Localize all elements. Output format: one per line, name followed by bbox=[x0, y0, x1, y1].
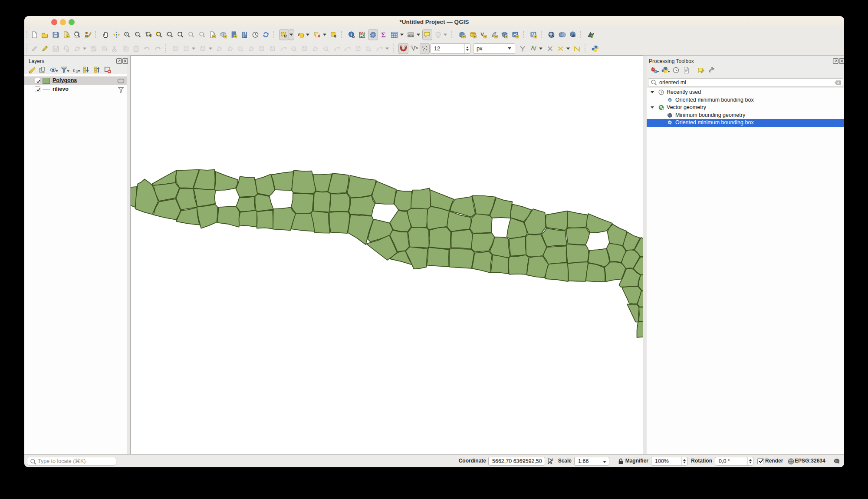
snapping-unit-combobox[interactable]: px bbox=[473, 43, 515, 54]
clear-x-icon[interactable] bbox=[545, 43, 555, 54]
zoom-full-icon[interactable] bbox=[144, 29, 154, 40]
style-manager-icon[interactable] bbox=[83, 29, 93, 40]
deselect-icon[interactable] bbox=[312, 29, 322, 40]
select-expression-icon[interactable]: ε bbox=[296, 29, 306, 40]
remove-layer-icon[interactable] bbox=[103, 65, 112, 74]
scale-combobox[interactable]: 1:66 bbox=[574, 457, 609, 466]
filter-legend-dropdown[interactable] bbox=[67, 70, 69, 72]
stats-summary-icon[interactable] bbox=[357, 29, 367, 40]
save-project-icon[interactable] bbox=[51, 29, 61, 40]
new-geopackage-icon[interactable] bbox=[457, 29, 467, 40]
filter-legend-icon[interactable] bbox=[59, 65, 69, 74]
show-bookmarks-icon[interactable] bbox=[240, 29, 250, 40]
map-tips-icon[interactable] bbox=[422, 29, 432, 40]
osm-plugin-icon[interactable] bbox=[586, 29, 596, 40]
magnifier-spinbox[interactable]: 100% bbox=[651, 457, 687, 466]
new-shapefile-icon[interactable] bbox=[468, 29, 478, 40]
tracing-y-icon[interactable] bbox=[518, 43, 528, 54]
wrench-icon[interactable] bbox=[707, 66, 717, 74]
layer-visibility-checkbox[interactable] bbox=[35, 86, 40, 92]
manage-themes-dropdown[interactable] bbox=[56, 70, 58, 72]
manage-themes-icon[interactable] bbox=[48, 65, 58, 74]
metasearch-icon[interactable] bbox=[546, 29, 556, 40]
attr-table-dropdown[interactable] bbox=[399, 29, 404, 40]
datasource-manager-icon[interactable] bbox=[557, 29, 567, 40]
badge-filter-icon[interactable] bbox=[117, 86, 124, 93]
new-project-icon[interactable] bbox=[30, 29, 39, 40]
new-3d-view-icon[interactable] bbox=[218, 29, 228, 40]
sigma-icon[interactable]: Σ bbox=[378, 29, 388, 40]
processing-gear-icon[interactable] bbox=[368, 29, 378, 40]
render-checkbox[interactable] bbox=[757, 458, 763, 464]
deselect-dropdown[interactable] bbox=[322, 29, 327, 40]
new-map-view-icon[interactable] bbox=[207, 29, 217, 40]
layout-manager-icon[interactable] bbox=[72, 29, 82, 40]
save-as-icon[interactable] bbox=[61, 29, 71, 40]
select-rect-dropdown[interactable] bbox=[289, 29, 294, 40]
measure-icon[interactable] bbox=[406, 29, 416, 40]
float-panel-icon[interactable] bbox=[832, 57, 838, 63]
topo-editing-icon[interactable] bbox=[409, 43, 419, 54]
history-clock-icon[interactable] bbox=[671, 66, 681, 74]
processing-search-input[interactable]: oriented mi bbox=[648, 78, 843, 86]
layer-visibility-checkbox[interactable] bbox=[35, 78, 40, 83]
select-rect-icon[interactable] bbox=[279, 29, 289, 40]
expanded-arrow-icon[interactable] bbox=[651, 106, 654, 109]
python-console-icon[interactable] bbox=[590, 43, 600, 54]
spinner-arrows-icon[interactable] bbox=[681, 457, 687, 465]
tree-item-oriented-minimum-bounding-box[interactable]: Oriented minimum bounding box bbox=[647, 119, 844, 127]
temporal-clock-icon[interactable] bbox=[250, 29, 260, 40]
map-canvas[interactable] bbox=[130, 56, 643, 454]
snap-yellow-x-dropdown[interactable] bbox=[565, 43, 571, 54]
tree-item-oriented-minimum-bounding-box[interactable]: Oriented minimum bounding box bbox=[647, 96, 844, 104]
proc-algs-icon[interactable] bbox=[649, 66, 659, 74]
tracing-enable-dropdown[interactable] bbox=[538, 43, 544, 54]
zoom-out-icon[interactable] bbox=[133, 29, 143, 40]
coordinate-input[interactable]: 5662,70 6369592,50 bbox=[488, 457, 545, 466]
edit-inplace-icon[interactable] bbox=[696, 66, 706, 74]
zoom-native-icon[interactable] bbox=[175, 29, 185, 40]
badge-map-icon[interactable] bbox=[117, 77, 124, 84]
toggle-editing-icon[interactable] bbox=[40, 43, 50, 54]
close-panel-icon[interactable] bbox=[838, 57, 844, 63]
zoom-layer-icon[interactable] bbox=[165, 29, 175, 40]
messages-bubble-icon[interactable] bbox=[833, 458, 840, 465]
python-console-icon[interactable] bbox=[660, 66, 670, 74]
refresh-icon[interactable] bbox=[261, 29, 271, 40]
new-vrt-icon[interactable] bbox=[529, 29, 539, 40]
tracing-enable-icon[interactable] bbox=[529, 43, 539, 54]
select-expression-dropdown[interactable] bbox=[305, 29, 311, 40]
new-virtual-icon[interactable]: V bbox=[478, 29, 488, 40]
open-project-icon[interactable] bbox=[40, 29, 50, 40]
filter-expression-dropdown[interactable] bbox=[78, 70, 80, 72]
zoom-in-icon[interactable] bbox=[122, 29, 132, 40]
float-panel-icon[interactable] bbox=[115, 57, 121, 63]
pan-map-icon[interactable] bbox=[101, 29, 111, 40]
zoom-selection-icon[interactable] bbox=[154, 29, 164, 40]
clear-search-icon[interactable] bbox=[834, 79, 841, 86]
tree-item-vector-geometry[interactable]: Vector geometry bbox=[647, 104, 844, 112]
web-services-icon[interactable] bbox=[568, 29, 578, 40]
style-brush-icon[interactable] bbox=[27, 65, 36, 74]
collapse-all-icon[interactable] bbox=[92, 65, 102, 74]
layer-row-rilievo[interactable]: rilievo bbox=[24, 85, 127, 94]
select-form-icon[interactable] bbox=[329, 29, 339, 40]
identify-icon[interactable]: i bbox=[347, 29, 357, 40]
new-memory-icon[interactable] bbox=[489, 29, 499, 40]
snapping-tolerance-spinbox[interactable]: 12 bbox=[431, 43, 470, 54]
snapping-magnet-icon[interactable] bbox=[398, 43, 408, 54]
tree-item-recently-used[interactable]: Recently used bbox=[647, 89, 844, 96]
tracing-n-icon[interactable] bbox=[572, 43, 582, 54]
locate-search-input[interactable]: Type to locate (⌘K) bbox=[27, 457, 116, 466]
snap-intersection-icon[interactable] bbox=[420, 43, 430, 54]
coordinate-extent-toggle-icon[interactable] bbox=[547, 458, 554, 465]
expand-all-icon[interactable] bbox=[82, 65, 91, 74]
new-bookmark-icon[interactable] bbox=[229, 29, 239, 40]
snap-yellow-x-icon[interactable] bbox=[556, 43, 566, 54]
new-gpx-icon[interactable] bbox=[510, 29, 520, 40]
layer-row-polygons[interactable]: Polygons bbox=[24, 76, 127, 85]
crs-globe-icon[interactable] bbox=[787, 458, 794, 465]
rotation-spinbox[interactable]: 0,0 ° bbox=[715, 457, 753, 466]
expanded-arrow-icon[interactable] bbox=[651, 91, 654, 93]
add-group-icon[interactable] bbox=[38, 65, 47, 74]
